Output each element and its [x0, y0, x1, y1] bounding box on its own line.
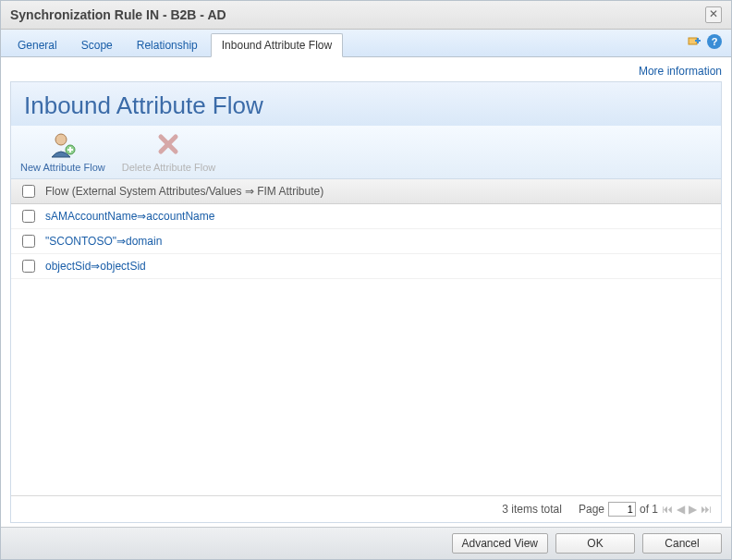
table-header-row: Flow (External System Attributes/Values …	[11, 179, 721, 204]
pager-first-icon[interactable]: ⏮	[662, 503, 673, 516]
tab-right-icons: ?	[687, 34, 722, 49]
panel-header: Inbound Attribute Flow	[11, 82, 721, 126]
table-area: Flow (External System Attributes/Values …	[11, 179, 721, 495]
main-panel: Inbound Attribute Flow New Attribute Flo…	[10, 81, 722, 523]
toolbar: New Attribute Flow Delete Attribute Flow	[11, 126, 721, 179]
delete-attribute-flow-button: Delete Attribute Flow	[122, 129, 216, 173]
button-bar: Advanced View OK Cancel	[1, 527, 731, 559]
content-area: More information Inbound Attribute Flow	[1, 57, 731, 527]
pager-last-icon[interactable]: ⏭	[701, 503, 712, 516]
table-row: objectSid⇒objectSid	[11, 254, 721, 279]
tab-general[interactable]: General	[6, 33, 68, 57]
delete-x-icon	[153, 129, 183, 159]
flow-link[interactable]: sAMAccountName⇒accountName	[45, 210, 714, 223]
ok-button[interactable]: OK	[555, 533, 635, 554]
tab-row: General Scope Relationship Inbound Attri…	[1, 30, 731, 57]
more-info-row: More information	[10, 65, 722, 78]
tab-relationship[interactable]: Relationship	[126, 33, 209, 57]
flow-link[interactable]: objectSid⇒objectSid	[45, 260, 714, 273]
advanced-view-button[interactable]: Advanced View	[452, 533, 549, 554]
dialog-window: Synchronization Rule IN - B2B - AD ✕ Gen…	[0, 0, 732, 560]
pager-prev-icon[interactable]: ◀	[677, 503, 685, 516]
page-input[interactable]	[608, 502, 636, 517]
row-checkbox[interactable]	[22, 235, 35, 248]
cancel-button[interactable]: Cancel	[642, 533, 722, 554]
panel-title: Inbound Attribute Flow	[24, 91, 708, 120]
tab-scope[interactable]: Scope	[70, 33, 124, 57]
help-icon[interactable]: ?	[707, 34, 722, 49]
pager-strip: 3 items total Page of 1 ⏮ ◀ ▶ ⏭	[11, 495, 721, 522]
select-all-checkbox[interactable]	[22, 185, 35, 198]
user-add-icon	[48, 129, 78, 159]
delete-attribute-flow-label: Delete Attribute Flow	[122, 162, 216, 173]
row-checkbox[interactable]	[22, 260, 35, 273]
svg-point-3	[55, 134, 67, 145]
page-label: Page	[579, 503, 604, 516]
add-icon[interactable]	[687, 34, 702, 49]
row-checkbox[interactable]	[22, 210, 35, 223]
titlebar: Synchronization Rule IN - B2B - AD ✕	[1, 1, 731, 30]
items-total-label: 3 items total	[502, 503, 562, 516]
more-information-link[interactable]: More information	[639, 65, 722, 78]
column-header-flow: Flow (External System Attributes/Values …	[45, 185, 714, 198]
table-row: "SCONTOSO"⇒domain	[11, 229, 721, 254]
tab-inbound-attribute-flow[interactable]: Inbound Attribute Flow	[211, 33, 343, 57]
page-of-label: of 1	[640, 503, 658, 516]
flow-link[interactable]: "SCONTOSO"⇒domain	[45, 235, 714, 248]
new-attribute-flow-button[interactable]: New Attribute Flow	[20, 129, 105, 173]
pager-next-icon[interactable]: ▶	[689, 503, 697, 516]
window-title: Synchronization Rule IN - B2B - AD	[10, 7, 226, 22]
new-attribute-flow-label: New Attribute Flow	[20, 162, 105, 173]
pager: Page of 1 ⏮ ◀ ▶ ⏭	[579, 502, 712, 517]
close-button[interactable]: ✕	[705, 6, 722, 23]
table-row: sAMAccountName⇒accountName	[11, 204, 721, 229]
